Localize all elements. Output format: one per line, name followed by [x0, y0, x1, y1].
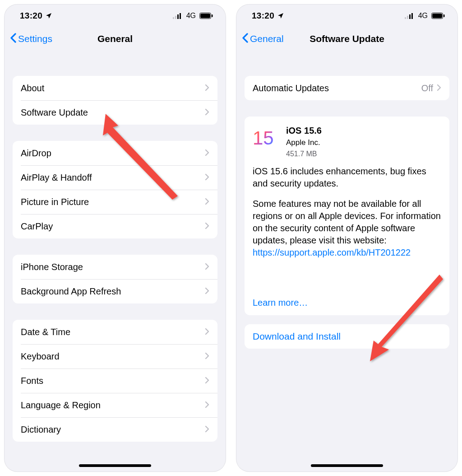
row-picture-in-picture[interactable]: Picture in Picture	[13, 190, 217, 214]
phone-software-update: 13:20 4G General Software Update	[236, 5, 457, 471]
chevron-right-icon	[205, 197, 209, 207]
settings-group: About Software Update	[13, 76, 217, 125]
svg-rect-11	[411, 13, 413, 19]
row-label: Background App Refresh	[21, 286, 205, 297]
svg-rect-1	[175, 16, 176, 19]
svg-rect-14	[444, 14, 445, 17]
svg-rect-5	[200, 14, 210, 18]
settings-scroll[interactable]: About Software Update AirDrop AirPlay & …	[5, 51, 226, 471]
learn-more-link[interactable]: Learn more…	[253, 297, 441, 309]
home-indicator[interactable]	[311, 464, 383, 467]
chevron-right-icon	[205, 262, 209, 272]
nav-bar: General Software Update	[236, 27, 457, 51]
chevron-right-icon	[205, 173, 209, 183]
settings-group: Date & Time Keyboard Fonts Language & Re…	[13, 320, 217, 442]
row-about[interactable]: About	[13, 76, 217, 100]
row-software-update[interactable]: Software Update	[13, 100, 217, 125]
svg-rect-2	[177, 14, 179, 19]
nav-bar: Settings General	[5, 27, 226, 51]
home-indicator[interactable]	[79, 464, 151, 467]
battery-icon	[199, 13, 213, 19]
row-iphone-storage[interactable]: iPhone Storage	[13, 255, 217, 279]
phone-general-settings: 13:20 4G Settings General Ab	[5, 5, 226, 471]
chevron-right-icon	[205, 83, 209, 93]
location-icon	[45, 12, 52, 19]
update-scroll[interactable]: Automatic Updates Off 15 iOS 15.6 Apple …	[236, 51, 457, 471]
chevron-left-icon	[10, 33, 16, 45]
row-label: CarPlay	[21, 221, 205, 232]
svg-rect-3	[180, 13, 181, 19]
row-label: Fonts	[21, 376, 205, 386]
settings-group: iPhone Storage Background App Refresh	[13, 255, 217, 303]
chevron-right-icon	[205, 376, 209, 386]
settings-group: AirDrop AirPlay & Handoff Picture in Pic…	[13, 141, 217, 238]
chevron-right-icon	[205, 221, 209, 232]
update-vendor: Apple Inc.	[286, 138, 322, 148]
back-label: General	[250, 33, 284, 44]
action-label: Download and Install	[253, 331, 441, 342]
update-size: 451.7 MB	[286, 149, 322, 159]
svg-text:15: 15	[253, 127, 274, 149]
row-dictionary[interactable]: Dictionary	[13, 417, 217, 442]
chevron-right-icon	[205, 400, 209, 411]
row-background-app-refresh[interactable]: Background App Refresh	[13, 279, 217, 303]
chevron-right-icon	[205, 107, 209, 118]
action-group: Download and Install	[245, 324, 449, 349]
row-fonts[interactable]: Fonts	[13, 369, 217, 393]
update-security-link[interactable]: https://support.apple.com/kb/HT201222	[253, 247, 411, 257]
status-bar: 13:20 4G	[5, 5, 226, 27]
row-label: Dictionary	[21, 425, 205, 435]
row-label: Date & Time	[21, 327, 205, 337]
row-label: iPhone Storage	[21, 262, 205, 272]
row-value: Off	[421, 83, 433, 93]
row-label: Automatic Updates	[253, 83, 421, 93]
update-details-card: 15 iOS 15.6 Apple Inc. 451.7 MB iOS 15.6…	[245, 117, 449, 315]
chevron-right-icon	[205, 327, 209, 337]
chevron-right-icon	[205, 351, 209, 362]
row-label: Software Update	[21, 107, 205, 118]
row-carplay[interactable]: CarPlay	[13, 214, 217, 238]
row-airdrop[interactable]: AirDrop	[13, 141, 217, 165]
row-label: Picture in Picture	[21, 197, 205, 207]
svg-rect-10	[409, 14, 411, 19]
back-button[interactable]: Settings	[10, 33, 52, 45]
update-description-1: iOS 15.6 includes enhancements, bug fixe…	[253, 165, 441, 190]
chevron-right-icon	[205, 148, 209, 159]
location-icon	[277, 12, 284, 19]
status-time: 13:20	[20, 11, 42, 21]
svg-rect-0	[173, 17, 174, 19]
row-label: Language & Region	[21, 400, 205, 411]
network-label: 4G	[418, 12, 428, 20]
row-airplay-handoff[interactable]: AirPlay & Handoff	[13, 165, 217, 190]
battery-icon	[431, 13, 445, 19]
row-label: Keyboard	[21, 351, 205, 362]
cell-signal-icon	[405, 13, 414, 19]
chevron-left-icon	[242, 33, 248, 45]
row-label: About	[21, 83, 205, 93]
row-keyboard[interactable]: Keyboard	[13, 344, 217, 369]
svg-rect-13	[432, 14, 442, 18]
chevron-right-icon	[205, 286, 209, 297]
row-label: AirDrop	[21, 148, 205, 159]
row-label: AirPlay & Handoff	[21, 173, 205, 183]
back-label: Settings	[18, 33, 52, 44]
chevron-right-icon	[437, 83, 441, 93]
ios-15-icon: 15	[253, 125, 279, 151]
svg-rect-8	[405, 17, 406, 19]
download-install-button[interactable]: Download and Install	[245, 324, 449, 349]
network-label: 4G	[186, 12, 196, 20]
auto-updates-group: Automatic Updates Off	[245, 76, 449, 100]
cell-signal-icon	[173, 13, 182, 19]
row-automatic-updates[interactable]: Automatic Updates Off	[245, 76, 449, 100]
chevron-right-icon	[205, 425, 209, 435]
row-language-region[interactable]: Language & Region	[13, 393, 217, 417]
status-bar: 13:20 4G	[236, 5, 457, 27]
svg-rect-9	[407, 16, 408, 19]
update-description-2: Some features may not be available for a…	[253, 198, 441, 259]
update-name: iOS 15.6	[286, 125, 322, 137]
row-date-time[interactable]: Date & Time	[13, 320, 217, 344]
svg-rect-6	[212, 14, 213, 17]
status-time: 13:20	[252, 11, 274, 21]
back-button[interactable]: General	[242, 33, 284, 45]
